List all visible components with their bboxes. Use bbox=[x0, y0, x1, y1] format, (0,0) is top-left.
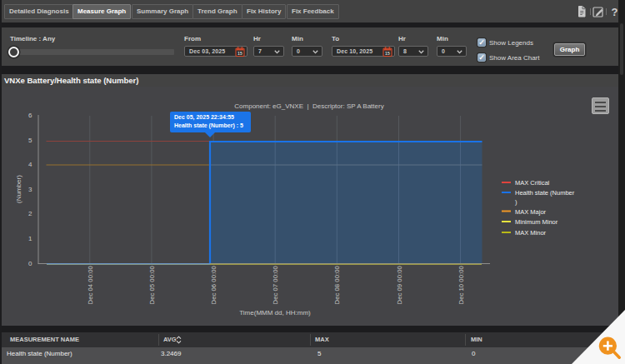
svg-text:Dec 09 00:00: Dec 09 00:00 bbox=[396, 265, 403, 304]
svg-text:6: 6 bbox=[28, 112, 32, 119]
svg-text:MAX Minor: MAX Minor bbox=[515, 229, 547, 237]
svg-text:Dec 06 00:00: Dec 06 00:00 bbox=[210, 265, 218, 304]
svg-text:3: 3 bbox=[28, 186, 32, 193]
svg-text:Dec 04 00:00: Dec 04 00:00 bbox=[87, 265, 94, 304]
svg-text:(Number): (Number) bbox=[15, 175, 22, 203]
svg-text:Dec 08 00:00: Dec 08 00:00 bbox=[333, 265, 341, 304]
svg-text:15: 15 bbox=[385, 51, 390, 56]
svg-text:?: ? bbox=[612, 6, 618, 18]
svg-text:Dec 07 00:00: Dec 07 00:00 bbox=[272, 265, 279, 304]
svg-text:5: 5 bbox=[28, 137, 32, 144]
svg-text:MAX Major: MAX Major bbox=[515, 208, 547, 216]
svg-text:Dec 10 00:00: Dec 10 00:00 bbox=[458, 265, 465, 304]
svg-text:4: 4 bbox=[28, 161, 32, 168]
svg-text:15: 15 bbox=[238, 51, 242, 56]
svg-text:Health state (Number: Health state (Number bbox=[515, 189, 575, 197]
svg-text:0: 0 bbox=[28, 260, 32, 267]
svg-text:Time(MMM dd, HH:mm): Time(MMM dd, HH:mm) bbox=[239, 309, 311, 317]
svg-text:Dec 05 00:00: Dec 05 00:00 bbox=[148, 265, 156, 304]
svg-text:1: 1 bbox=[28, 235, 32, 242]
svg-text:Minimum Minor: Minimum Minor bbox=[515, 218, 558, 226]
svg-text:2: 2 bbox=[28, 210, 32, 217]
svg-text:MAX Critical: MAX Critical bbox=[515, 179, 550, 187]
svg-text:): ) bbox=[515, 198, 518, 206]
